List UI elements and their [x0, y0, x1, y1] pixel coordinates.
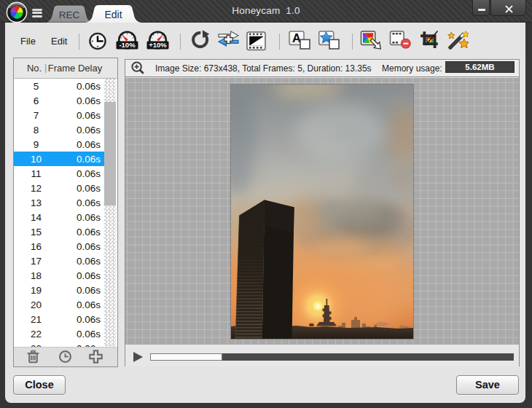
- svg-text:-10%: -10%: [119, 41, 136, 49]
- svg-text:Edit: Edit: [104, 9, 122, 20]
- svg-text:REC: REC: [59, 9, 80, 20]
- svg-text:+10%: +10%: [149, 41, 167, 49]
